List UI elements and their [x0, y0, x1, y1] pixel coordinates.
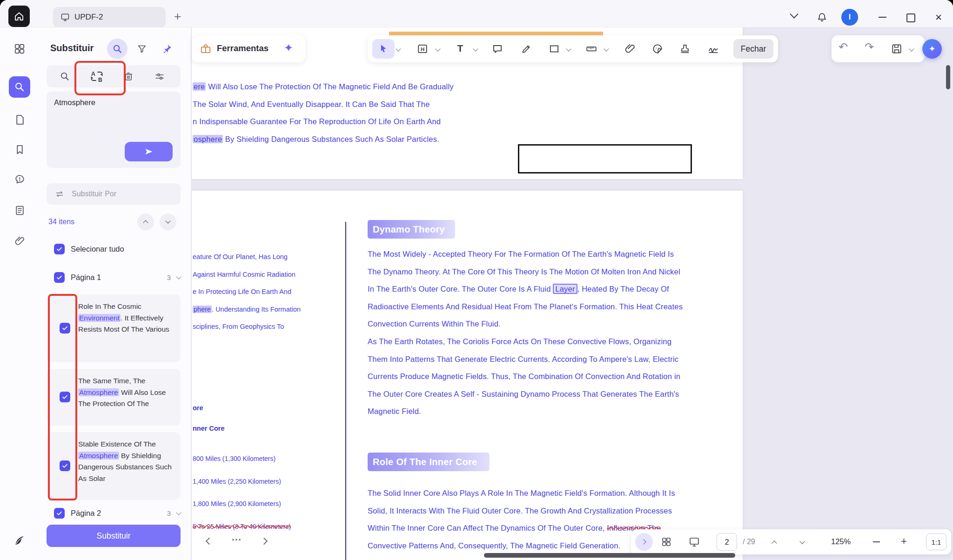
search-submit-button[interactable]: [125, 142, 173, 161]
search-mode-button[interactable]: [59, 70, 71, 82]
ai-spark-icon: ✦: [928, 44, 935, 54]
substituir-button[interactable]: Substituir: [47, 525, 181, 547]
sidebar-item-pages[interactable]: [13, 113, 26, 126]
presentation-view-button[interactable]: [688, 536, 700, 548]
horizontal-scrollbar[interactable]: [484, 553, 735, 558]
frame-tool-chevron-icon[interactable]: [435, 46, 440, 51]
replace-input[interactable]: [71, 189, 175, 199]
filter-button[interactable]: [136, 43, 148, 55]
checkbox-checked[interactable]: [54, 244, 65, 254]
page-group-label: Página 2: [71, 509, 101, 518]
collapse-chevron-icon[interactable]: [176, 274, 181, 279]
previous-page-chevron-icon[interactable]: [772, 540, 777, 546]
undo-icon[interactable]: ↶: [839, 40, 848, 53]
match-highlight: osphere: [193, 135, 223, 143]
page-group-row[interactable]: Página 2 3: [54, 508, 181, 519]
text-box-annotation[interactable]: [518, 144, 692, 173]
sidebar-item-comments[interactable]: [13, 173, 26, 186]
save-options-chevron-icon[interactable]: [909, 46, 914, 51]
user-avatar[interactable]: I: [841, 9, 858, 26]
page-number-input[interactable]: 2: [717, 533, 737, 551]
sidebar-item-attachments[interactable]: [13, 234, 26, 247]
document-tab[interactable]: UPDF-2: [53, 7, 166, 27]
close-button[interactable]: ✕: [935, 12, 942, 23]
select-tool-button[interactable]: [372, 39, 395, 59]
shapes-tool-button[interactable]: [548, 43, 560, 55]
save-button[interactable]: [891, 43, 903, 55]
expand-pages-button[interactable]: [635, 533, 653, 551]
sticker-tool-button[interactable]: [651, 43, 664, 55]
doc-line: Them Into Patterns That Generate Electri…: [368, 354, 678, 364]
fit-actual-size-button[interactable]: 1:1: [926, 533, 946, 550]
next-page-chevron-icon[interactable]: [799, 539, 805, 544]
text-tool-chevron-icon[interactable]: [473, 46, 478, 51]
new-tab-button[interactable]: +: [174, 9, 181, 24]
doc-line: e In Protecting Life On Earth And: [193, 287, 291, 296]
check-icon: [61, 393, 68, 400]
search-input[interactable]: Atmosphere: [53, 97, 173, 145]
redo-icon[interactable]: ↷: [865, 40, 874, 53]
fechar-button[interactable]: Fechar: [733, 39, 773, 59]
doc-line: Convective Patterns And, Consequently, T…: [368, 540, 620, 551]
shapes-tool-chevron-icon[interactable]: [566, 46, 571, 51]
maximize-button[interactable]: [906, 13, 915, 22]
boxed-word-annotation[interactable]: Layer: [553, 284, 577, 294]
select-tool-chevron-icon[interactable]: [396, 46, 401, 51]
notifications-button[interactable]: [816, 11, 828, 24]
ferramentas-label[interactable]: Ferramentas: [217, 43, 268, 53]
checkbox-checked[interactable]: [60, 460, 70, 471]
text-tool-button[interactable]: T: [454, 41, 466, 55]
search-result-item[interactable]: Stable Existence Of The Atmosphere By Sh…: [47, 432, 181, 500]
toolbar-group-ferramentas: Ferramentas ✦: [192, 35, 305, 62]
ai-assistant-button[interactable]: ✦: [922, 39, 942, 59]
check-icon: [56, 274, 63, 281]
doc-line: 800 Miles (1,300 Kilometers): [193, 454, 275, 463]
zoom-in-button[interactable]: +: [901, 535, 907, 547]
collapse-toolbar-chevron-icon[interactable]: [790, 10, 798, 18]
page-group-row[interactable]: Página 1 3: [54, 272, 181, 283]
search-settings-button[interactable]: [154, 70, 166, 82]
panel-tab-search-active[interactable]: [107, 39, 128, 59]
monitor-icon: [60, 13, 70, 22]
sidebar-item-search-active[interactable]: [9, 76, 30, 98]
result-text-pre: Stable Existence Of The: [78, 440, 156, 448]
previous-result-button[interactable]: [137, 213, 154, 230]
checkbox-checked[interactable]: [60, 323, 70, 333]
vertical-scrollbar[interactable]: [946, 65, 950, 89]
checkbox-checked[interactable]: [54, 508, 65, 519]
clear-search-button[interactable]: [122, 70, 134, 82]
panel-title: Substituir: [50, 43, 94, 53]
sidebar-item-documents[interactable]: [13, 204, 26, 217]
ferramentas-button[interactable]: [199, 42, 212, 55]
results-more-icon[interactable]: …: [231, 531, 242, 543]
select-all-row[interactable]: Selecionar tudo: [54, 244, 124, 254]
search-mode-row: AB: [47, 65, 181, 87]
checkbox-checked[interactable]: [60, 392, 70, 402]
frame-tool-button[interactable]: H: [416, 43, 429, 55]
svg-text:A: A: [91, 71, 95, 77]
updf-logo-pen-icon[interactable]: [12, 533, 27, 548]
measure-tool-chevron-icon[interactable]: [604, 46, 609, 51]
next-result-button[interactable]: [160, 213, 176, 230]
ai-sparkles-icon[interactable]: ✦: [284, 41, 293, 54]
comment-tool-button[interactable]: [491, 43, 503, 55]
search-result-item[interactable]: The Same Time, The Atmosphere Will Also …: [47, 369, 181, 426]
collapse-chevron-icon[interactable]: [176, 510, 181, 515]
minimize-button[interactable]: [879, 17, 886, 18]
trash-icon: [123, 71, 134, 82]
highlighter-tool-button[interactable]: [520, 43, 532, 55]
checkbox-checked[interactable]: [54, 272, 65, 283]
search-result-item[interactable]: Role In The Cosmic Environment. It Effec…: [47, 294, 181, 362]
pin-button[interactable]: [161, 43, 173, 55]
sidebar-item-bookmarks[interactable]: [13, 143, 26, 156]
zoom-out-button[interactable]: [873, 541, 880, 542]
attachment-tool-button[interactable]: [624, 43, 636, 55]
replace-mode-button[interactable]: AB: [90, 69, 104, 83]
measure-tool-button[interactable]: [585, 43, 597, 55]
zoom-level-button[interactable]: 125%: [831, 537, 851, 546]
home-button[interactable]: [8, 6, 30, 27]
thumbnail-view-button[interactable]: [660, 536, 672, 548]
stamp-tool-button[interactable]: [679, 43, 691, 55]
signature-tool-button[interactable]: [707, 43, 719, 55]
grid-menu-icon[interactable]: [13, 42, 27, 56]
